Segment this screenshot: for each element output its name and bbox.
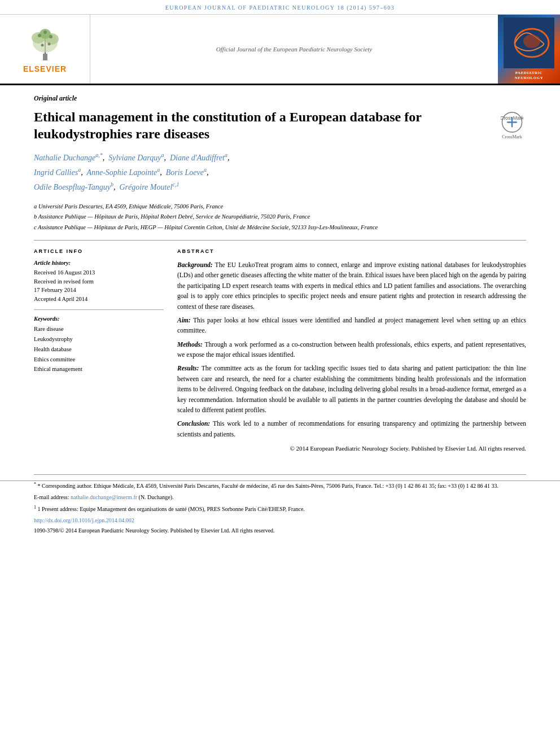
- main-content: Original article Ethical management in t…: [0, 85, 560, 474]
- keyword-rare-disease: Rare disease: [34, 324, 164, 334]
- footer-issn: 1090-3798/© 2014 European Paediatric Neu…: [34, 527, 526, 534]
- history-accepted: Accepted 4 April 2014: [34, 295, 164, 304]
- svg-point-9: [41, 43, 43, 46]
- author-ingrid: Ingrid Callies: [34, 168, 78, 177]
- history-received: Received 16 August 2013: [34, 268, 164, 277]
- svg-point-10: [47, 42, 50, 45]
- footer-area: * * Corresponding author. Ethique Médica…: [0, 480, 560, 543]
- keyword-ethical-management: Ethical management: [34, 364, 164, 374]
- abstract-conclusion: Conclusion: This work led to a number of…: [177, 418, 526, 439]
- aim-text: This paper looks at how ethical issues w…: [177, 317, 526, 334]
- journal-tagline: Official Journal of the European Paediat…: [216, 46, 372, 53]
- footer-email-line: E-mail address: nathalie.duchange@inserm…: [34, 493, 526, 502]
- keywords-label: Keywords:: [34, 316, 164, 322]
- elsevier-tree-icon: [23, 25, 68, 62]
- author-gregoire: Grégoire Moutel: [119, 183, 172, 191]
- footer-footnote1: 1 1 Present address: Equipe Management d…: [34, 504, 526, 514]
- abstract-copyright: © 2014 European Paediatric Neurology Soc…: [177, 444, 526, 454]
- journal-cover-image: PAEDIATRIC NEUROLOGY: [498, 15, 560, 84]
- author-anne-sophie: Anne-Sophie Lapointe: [86, 168, 157, 177]
- affiliation-b: b Assistance Publique — Hôpitaux de Pari…: [34, 212, 526, 221]
- svg-point-8: [43, 30, 47, 34]
- cover-svg: [504, 18, 554, 68]
- abstract-results: Results: The committee acts as the forum…: [177, 363, 526, 415]
- content-divider: [34, 240, 526, 241]
- footer-corresponding-note: * * Corresponding author. Ethique Médica…: [34, 481, 526, 491]
- elsevier-logo: ELSEVIER: [0, 15, 90, 84]
- elsevier-wordmark: ELSEVIER: [23, 64, 67, 73]
- svg-point-6: [38, 34, 41, 37]
- abstract-col: Abstract Background: The EU LeukoTreat p…: [177, 248, 526, 454]
- article-title-row: Ethical management in the constitution o…: [34, 108, 526, 142]
- journal-center: Official Journal of the European Paediat…: [90, 15, 498, 84]
- abstract-text: Background: The EU LeukoTreat program ai…: [177, 260, 526, 454]
- crossmark-icon: CrossMark: [501, 111, 523, 133]
- authors-list: Nathalie Duchangea,*, Sylviane Darquya, …: [34, 150, 526, 194]
- conclusion-label: Conclusion:: [177, 420, 210, 427]
- results-text: The committee acts as the forum for tack…: [177, 365, 526, 413]
- article-history-label: Article history:: [34, 260, 164, 266]
- keyword-ethics-committee: Ethics committee: [34, 355, 164, 365]
- crossmark-badge[interactable]: CrossMark CrossMark: [498, 111, 526, 139]
- journal-header-text: European Journal of Paediatric Neurology…: [165, 5, 395, 11]
- author-odile: Odile Boespflug-Tanguy: [34, 183, 111, 191]
- history-revised-date: 17 February 2014: [34, 286, 164, 295]
- conclusion-text: This work led to a number of recommendat…: [177, 420, 526, 437]
- journal-header: European Journal of Paediatric Neurology…: [0, 0, 560, 15]
- abstract-aim: Aim: This paper looks at how ethical iss…: [177, 315, 526, 336]
- cover-journal-title: PAEDIATRIC NEUROLOGY: [515, 71, 543, 81]
- article-type-label: Original article: [34, 94, 526, 103]
- abstract-methods: Methods: Through a work performed as a c…: [177, 339, 526, 360]
- doi-link[interactable]: http://dx.doi.org/10.1016/j.ejpn.2014.04…: [34, 517, 134, 523]
- author-sylviane: Sylviane Darquy: [108, 154, 161, 162]
- email-link[interactable]: nathalie.duchange@inserm.fr: [71, 494, 137, 500]
- svg-point-13: [523, 34, 540, 48]
- footer-divider: [34, 474, 526, 475]
- history-received-revised: Received in revised form: [34, 277, 164, 286]
- article-info-header: Article Info: [34, 248, 164, 254]
- results-label: Results:: [177, 365, 199, 372]
- background-text: The EU LeukoTreat program aims to connec…: [177, 261, 526, 310]
- affiliation-c: c Assistance Publique — Hôpitaux de Pari…: [34, 223, 526, 232]
- abstract-header: Abstract: [177, 248, 526, 254]
- background-label: Background:: [177, 261, 213, 268]
- keyword-health-database: Health database: [34, 344, 164, 355]
- methods-label: Methods:: [177, 341, 203, 348]
- abstract-background: Background: The EU LeukoTreat program ai…: [177, 260, 526, 312]
- two-col-section: Article Info Article history: Received 1…: [34, 248, 526, 454]
- affiliations: a Université Paris Descartes, EA 4569, E…: [34, 202, 526, 232]
- left-col-divider: [34, 309, 164, 310]
- affiliation-a: a Université Paris Descartes, EA 4569, E…: [34, 202, 526, 211]
- author-diane: Diane d'Audiffret: [170, 154, 225, 162]
- author-nathalie: Nathalie Duchange: [34, 154, 95, 162]
- article-info-col: Article Info Article history: Received 1…: [34, 248, 164, 454]
- keyword-leukodystrophy: Leukodystrophy: [34, 334, 164, 344]
- author-boris: Boris Loeve: [166, 168, 204, 177]
- journal-banner: ELSEVIER Official Journal of the Europea…: [0, 15, 560, 85]
- aim-label: Aim:: [177, 317, 191, 324]
- email-label: E-mail address:: [34, 494, 69, 500]
- article-title: Ethical management in the constitution o…: [34, 108, 498, 142]
- crossmark-label: CrossMark: [502, 134, 522, 139]
- footer-doi: http://dx.doi.org/10.1016/j.ejpn.2014.04…: [34, 516, 526, 525]
- svg-rect-0: [43, 54, 47, 60]
- svg-point-7: [49, 35, 53, 38]
- methods-text: Through a work performed as a co-constru…: [177, 341, 526, 358]
